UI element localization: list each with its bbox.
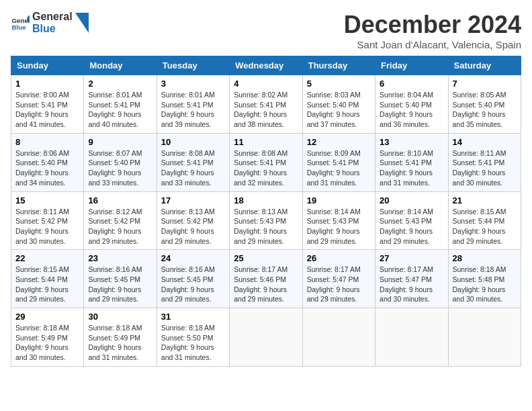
page-header: General Blue General Blue December 2024 … — [11, 11, 521, 50]
day-number: 19 — [307, 195, 371, 205]
day-info: Sunrise: 8:18 AMSunset: 5:50 PMDaylight:… — [161, 323, 225, 363]
day-number: 5 — [307, 79, 371, 89]
logo: General Blue General Blue — [11, 11, 89, 34]
day-info: Sunrise: 8:14 AMSunset: 5:43 PMDaylight:… — [380, 207, 443, 246]
day-info: Sunrise: 8:00 AMSunset: 5:41 PMDaylight:… — [15, 90, 79, 130]
day-number: 22 — [15, 253, 79, 263]
calendar-day-cell: 11Sunrise: 8:08 AMSunset: 5:41 PMDayligh… — [230, 133, 302, 191]
day-info: Sunrise: 8:01 AMSunset: 5:41 PMDaylight:… — [161, 90, 225, 130]
day-number: 8 — [15, 137, 79, 147]
day-info: Sunrise: 8:09 AMSunset: 5:41 PMDaylight:… — [307, 148, 371, 188]
calendar-day-cell: 6Sunrise: 8:04 AMSunset: 5:40 PMDaylight… — [375, 75, 448, 134]
weekday-header: Tuesday — [157, 56, 229, 75]
day-info: Sunrise: 8:11 AMSunset: 5:42 PMDaylight:… — [15, 207, 79, 246]
calendar-day-cell — [230, 308, 302, 367]
day-number: 15 — [15, 195, 79, 205]
day-number: 20 — [380, 195, 443, 205]
day-info: Sunrise: 8:12 AMSunset: 5:42 PMDaylight:… — [88, 207, 152, 246]
calendar-day-cell: 7Sunrise: 8:05 AMSunset: 5:40 PMDaylight… — [448, 75, 521, 134]
location-title: Sant Joan d'Alacant, Valencia, Spain — [344, 39, 521, 50]
calendar-day-cell: 26Sunrise: 8:17 AMSunset: 5:47 PMDayligh… — [302, 250, 375, 308]
day-number: 30 — [88, 312, 152, 322]
calendar-day-cell: 15Sunrise: 8:11 AMSunset: 5:42 PMDayligh… — [11, 191, 84, 250]
calendar-day-cell: 13Sunrise: 8:10 AMSunset: 5:41 PMDayligh… — [375, 133, 448, 191]
day-number: 11 — [234, 137, 298, 147]
day-info: Sunrise: 8:05 AMSunset: 5:40 PMDaylight:… — [453, 90, 517, 130]
day-number: 23 — [88, 253, 152, 263]
calendar-day-cell: 20Sunrise: 8:14 AMSunset: 5:43 PMDayligh… — [375, 191, 448, 250]
day-number: 6 — [380, 79, 443, 89]
svg-text:Blue: Blue — [11, 23, 26, 30]
day-info: Sunrise: 8:08 AMSunset: 5:41 PMDaylight:… — [161, 148, 225, 188]
day-number: 16 — [88, 195, 152, 205]
day-number: 3 — [161, 79, 225, 89]
day-number: 13 — [380, 137, 443, 147]
day-number: 18 — [234, 195, 298, 205]
day-info: Sunrise: 8:18 AMSunset: 5:49 PMDaylight:… — [88, 323, 152, 363]
day-info: Sunrise: 8:13 AMSunset: 5:42 PMDaylight:… — [161, 207, 225, 246]
day-number: 14 — [453, 137, 517, 147]
day-info: Sunrise: 8:14 AMSunset: 5:43 PMDaylight:… — [307, 207, 371, 246]
day-number: 17 — [161, 195, 225, 205]
calendar-day-cell: 22Sunrise: 8:15 AMSunset: 5:44 PMDayligh… — [11, 250, 84, 308]
calendar-day-cell: 4Sunrise: 8:02 AMSunset: 5:41 PMDaylight… — [230, 75, 302, 134]
calendar-week-row: 29Sunrise: 8:18 AMSunset: 5:49 PMDayligh… — [11, 308, 521, 367]
calendar-week-row: 1Sunrise: 8:00 AMSunset: 5:41 PMDaylight… — [11, 75, 521, 134]
weekday-header: Monday — [84, 56, 157, 75]
day-info: Sunrise: 8:18 AMSunset: 5:48 PMDaylight:… — [453, 265, 517, 304]
calendar-day-cell: 30Sunrise: 8:18 AMSunset: 5:49 PMDayligh… — [84, 308, 157, 367]
day-number: 2 — [88, 79, 152, 89]
month-title: December 2024 — [344, 11, 521, 39]
day-number: 29 — [15, 312, 79, 322]
day-info: Sunrise: 8:02 AMSunset: 5:41 PMDaylight:… — [234, 90, 298, 130]
day-number: 9 — [88, 137, 152, 147]
weekday-header: Saturday — [448, 56, 521, 75]
calendar-day-cell: 24Sunrise: 8:16 AMSunset: 5:45 PMDayligh… — [157, 250, 229, 308]
day-info: Sunrise: 8:07 AMSunset: 5:40 PMDaylight:… — [88, 148, 152, 188]
title-block: December 2024 Sant Joan d'Alacant, Valen… — [344, 11, 521, 50]
weekday-header: Wednesday — [230, 56, 302, 75]
day-number: 4 — [234, 79, 298, 89]
calendar-day-cell: 29Sunrise: 8:18 AMSunset: 5:49 PMDayligh… — [11, 308, 84, 367]
calendar-day-cell — [375, 308, 448, 367]
calendar-day-cell: 2Sunrise: 8:01 AMSunset: 5:41 PMDaylight… — [84, 75, 157, 134]
calendar-day-cell: 21Sunrise: 8:15 AMSunset: 5:44 PMDayligh… — [448, 191, 521, 250]
logo-triangle-icon — [75, 13, 89, 33]
day-number: 25 — [234, 253, 298, 263]
calendar-day-cell: 14Sunrise: 8:11 AMSunset: 5:41 PMDayligh… — [448, 133, 521, 191]
day-number: 12 — [307, 137, 371, 147]
calendar-day-cell: 8Sunrise: 8:06 AMSunset: 5:40 PMDaylight… — [11, 133, 84, 191]
day-number: 7 — [453, 79, 517, 89]
calendar-day-cell: 17Sunrise: 8:13 AMSunset: 5:42 PMDayligh… — [157, 191, 229, 250]
calendar-day-cell: 10Sunrise: 8:08 AMSunset: 5:41 PMDayligh… — [157, 133, 229, 191]
calendar-day-cell: 1Sunrise: 8:00 AMSunset: 5:41 PMDaylight… — [11, 75, 84, 134]
day-info: Sunrise: 8:10 AMSunset: 5:41 PMDaylight:… — [380, 148, 443, 188]
calendar-day-cell: 31Sunrise: 8:18 AMSunset: 5:50 PMDayligh… — [157, 308, 229, 367]
calendar-day-cell — [448, 308, 521, 367]
day-number: 31 — [161, 312, 225, 322]
day-number: 1 — [15, 79, 79, 89]
day-info: Sunrise: 8:03 AMSunset: 5:40 PMDaylight:… — [307, 90, 371, 130]
calendar-week-row: 22Sunrise: 8:15 AMSunset: 5:44 PMDayligh… — [11, 250, 521, 308]
logo-icon: General Blue — [11, 13, 30, 32]
day-info: Sunrise: 8:17 AMSunset: 5:47 PMDaylight:… — [307, 265, 371, 304]
day-info: Sunrise: 8:08 AMSunset: 5:41 PMDaylight:… — [234, 148, 298, 188]
svg-marker-3 — [75, 13, 89, 33]
weekday-header: Friday — [375, 56, 448, 75]
day-info: Sunrise: 8:01 AMSunset: 5:41 PMDaylight:… — [88, 90, 152, 130]
calendar-day-cell: 19Sunrise: 8:14 AMSunset: 5:43 PMDayligh… — [302, 191, 375, 250]
calendar-day-cell: 25Sunrise: 8:17 AMSunset: 5:46 PMDayligh… — [230, 250, 302, 308]
day-info: Sunrise: 8:15 AMSunset: 5:44 PMDaylight:… — [453, 207, 517, 246]
calendar-day-cell: 16Sunrise: 8:12 AMSunset: 5:42 PMDayligh… — [84, 191, 157, 250]
day-info: Sunrise: 8:13 AMSunset: 5:43 PMDaylight:… — [234, 207, 298, 246]
day-info: Sunrise: 8:18 AMSunset: 5:49 PMDaylight:… — [15, 323, 79, 363]
weekday-header: Thursday — [302, 56, 375, 75]
day-info: Sunrise: 8:11 AMSunset: 5:41 PMDaylight:… — [453, 148, 517, 188]
calendar-day-cell: 5Sunrise: 8:03 AMSunset: 5:40 PMDaylight… — [302, 75, 375, 134]
day-info: Sunrise: 8:06 AMSunset: 5:40 PMDaylight:… — [15, 148, 79, 188]
day-info: Sunrise: 8:04 AMSunset: 5:40 PMDaylight:… — [380, 90, 443, 130]
day-number: 24 — [161, 253, 225, 263]
day-number: 28 — [453, 253, 517, 263]
calendar-week-row: 8Sunrise: 8:06 AMSunset: 5:40 PMDaylight… — [11, 133, 521, 191]
calendar-day-cell: 27Sunrise: 8:17 AMSunset: 5:47 PMDayligh… — [375, 250, 448, 308]
